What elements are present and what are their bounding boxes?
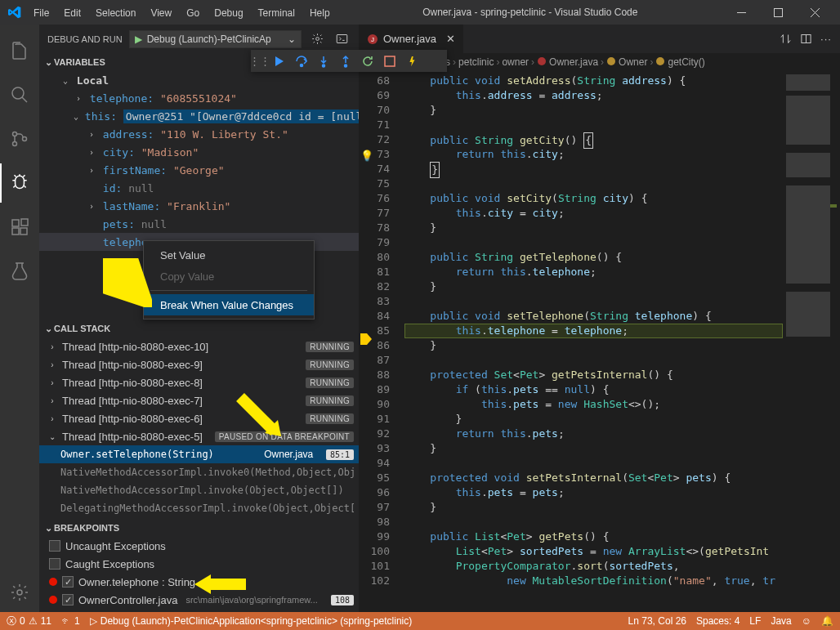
step-out-button[interactable] [335, 51, 355, 71]
svg-rect-8 [20, 228, 27, 235]
extensions-icon[interactable] [0, 208, 39, 247]
java-file-icon [537, 56, 547, 69]
svg-rect-1 [775, 8, 783, 16]
breakpoint-uncaught[interactable]: Uncaught Exceptions [39, 537, 359, 555]
variable-row[interactable]: id: null [39, 179, 359, 197]
variable-row[interactable]: › address: "110 W. Liberty St." [39, 125, 359, 143]
variable-row[interactable]: pets: null [39, 215, 359, 233]
menu-selection[interactable]: Selection [88, 2, 143, 24]
variable-row[interactable]: › firstName: "George" [39, 161, 359, 179]
callstack-thread[interactable]: ›Thread [http-nio-8080-exec-8]RUNNING [39, 373, 359, 391]
drag-grip-icon[interactable]: ⋮⋮ [252, 55, 267, 67]
breakpoint-caught[interactable]: Caught Exceptions [39, 555, 359, 573]
svg-rect-22 [385, 56, 395, 66]
breakpoint-dot-icon [49, 596, 57, 604]
checkbox[interactable] [49, 540, 60, 552]
debug-alt-icon: ▷ [90, 615, 97, 627]
callstack-frame[interactable]: NativeMethodAccessorImpl.invoke(Object,O… [39, 481, 359, 499]
variable-row[interactable]: › lastName: "Franklin" [39, 197, 359, 215]
minimize-button[interactable] [723, 0, 760, 25]
status-problems[interactable]: ⓧ0 ⚠11 [7, 614, 51, 628]
explorer-icon[interactable] [0, 31, 39, 70]
callstack-frame[interactable]: Owner.setTelephone(String)Owner.java 85:… [39, 445, 359, 463]
menu-terminal[interactable]: Terminal [251, 2, 302, 24]
status-language[interactable]: Java [771, 615, 791, 627]
breadcrumb-segment[interactable]: petclinic [458, 56, 494, 68]
svg-point-10 [17, 590, 22, 595]
close-button[interactable] [797, 0, 833, 25]
debug-toolbar: ⋮⋮ [251, 50, 447, 72]
status-bar: ⓧ0 ⚠11 ᯤ1 ▷Debug (Launch)-PetClinicAppli… [0, 612, 840, 630]
checkbox[interactable] [62, 594, 74, 605]
variable-row[interactable]: › telephone: "6085551024" [39, 89, 359, 107]
restart-button[interactable] [357, 51, 378, 71]
variable-context-menu: Set Value Copy Value Break When Value Ch… [143, 240, 315, 319]
callstack-frame[interactable]: NativeMethodAccessorImpl.invoke0(Method,… [39, 463, 359, 481]
status-debug-target[interactable]: ▷Debug (Launch)-PetClinicApplication<spr… [90, 615, 413, 627]
context-set-value[interactable]: Set Value [144, 244, 314, 266]
config-gear-icon[interactable] [308, 30, 326, 48]
debug-icon[interactable] [0, 163, 39, 203]
debug-config-select[interactable]: ▶ Debug (Launch)-PetClinicAp ⌄ [129, 30, 302, 48]
callstack-thread[interactable]: ›Thread [http-nio-8080-exec-6]RUNNING [39, 409, 359, 427]
checkbox[interactable] [49, 558, 60, 570]
breakpoint-item[interactable]: OwnerController.javasrc\main\java\org\sp… [39, 591, 359, 609]
stop-button[interactable] [379, 51, 400, 71]
callstack-thread[interactable]: ›Thread [http-nio-8080-exec-10]RUNNING [39, 337, 359, 355]
status-feedback-icon[interactable]: ☺ [802, 615, 811, 627]
variable-row[interactable]: › city: "Madison" [39, 143, 359, 161]
editor-tab-owner-java[interactable]: J Owner.java ✕ [359, 25, 464, 53]
callstack-section-header[interactable]: ⌄CALL STACK [39, 319, 359, 337]
status-remote[interactable]: ᯤ1 [61, 615, 80, 627]
more-icon[interactable]: ··· [817, 30, 835, 48]
menu-help[interactable]: Help [302, 2, 337, 24]
svg-rect-0 [737, 12, 746, 13]
breakpoint-dot-icon [49, 578, 57, 586]
status-eol[interactable]: LF [749, 615, 761, 627]
breadcrumb-segment[interactable]: getCity() [668, 56, 704, 68]
maximize-button[interactable] [760, 0, 797, 25]
hot-code-replace-button[interactable] [401, 51, 422, 71]
context-copy-value: Copy Value [144, 266, 314, 287]
menu-debug[interactable]: Debug [207, 2, 250, 24]
variable-row[interactable]: ⌄ this: Owner@251 "[Owner@7ddce0cd id = … [39, 107, 359, 125]
svg-point-20 [322, 65, 324, 67]
breakpoint-item[interactable]: Owner.telephone : String [39, 573, 359, 591]
menu-file[interactable]: File [26, 2, 56, 24]
minimap[interactable] [783, 71, 840, 612]
menu-view[interactable]: View [143, 2, 179, 24]
editor-area: J Owner.java ✕ ··· …›work›samples›petcli… [359, 25, 840, 612]
callstack-thread[interactable]: ›Thread [http-nio-8080-exec-9]RUNNING [39, 355, 359, 373]
continue-button[interactable] [269, 51, 289, 71]
close-icon[interactable]: ✕ [441, 33, 455, 45]
status-bell-icon[interactable]: 🔔 [821, 615, 833, 627]
step-into-button[interactable] [313, 51, 333, 71]
breadcrumb-segment[interactable]: owner [502, 56, 529, 68]
menu-go[interactable]: Go [179, 2, 207, 24]
editor-tab-label: Owner.java [383, 33, 436, 45]
editor-tabs: J Owner.java ✕ ··· [359, 25, 840, 53]
context-break-when-value-changes[interactable]: Break When Value Changes [144, 294, 314, 315]
play-icon: ▶ [135, 34, 142, 45]
search-icon[interactable] [0, 75, 39, 114]
callstack-frame[interactable]: DelegatingMethodAccessorImpl.invoke(Obje… [39, 499, 359, 517]
callstack-thread[interactable]: ⌄Thread [http-nio-8080-exec-5]PAUSED ON … [39, 427, 359, 445]
menu-edit[interactable]: Edit [56, 2, 88, 24]
source-control-icon[interactable] [0, 119, 39, 159]
breadcrumb-segment[interactable]: Owner [619, 56, 647, 68]
breadcrumb-segment[interactable]: Owner.java [549, 56, 598, 68]
callstack-thread[interactable]: ›Thread [http-nio-8080-exec-7]RUNNING [39, 391, 359, 409]
variables-scope[interactable]: ⌄ Local [39, 71, 359, 89]
status-indentation[interactable]: Spaces: 4 [696, 615, 739, 627]
checkbox[interactable] [62, 576, 74, 588]
compare-changes-icon[interactable] [776, 30, 794, 48]
lightbulb-icon[interactable]: 💡 [360, 150, 373, 162]
split-editor-icon[interactable] [797, 30, 815, 48]
breakpoints-section-header[interactable]: ⌄BREAKPOINTS [39, 519, 359, 537]
debug-console-icon[interactable] [333, 30, 351, 48]
editor-code[interactable]: public void setAddress(String address) {… [404, 71, 783, 612]
step-over-button[interactable] [291, 51, 311, 71]
status-cursor-position[interactable]: Ln 73, Col 26 [628, 615, 686, 627]
testing-icon[interactable] [0, 252, 39, 291]
settings-gear-icon[interactable] [0, 573, 39, 612]
